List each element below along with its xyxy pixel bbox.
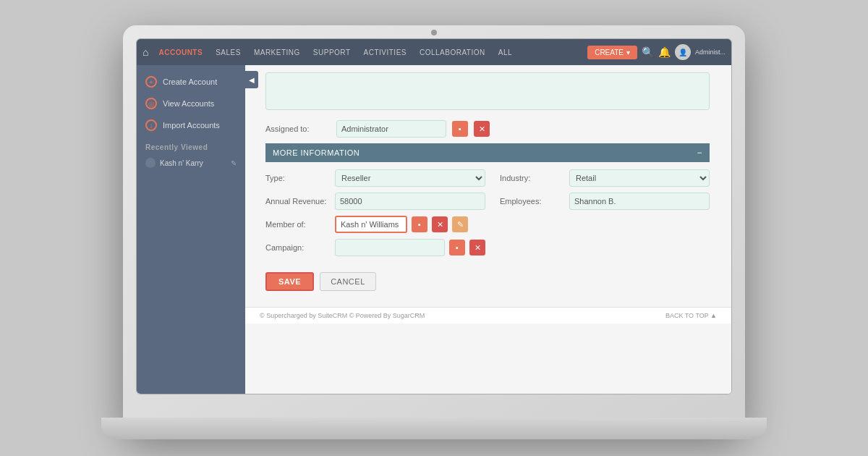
cancel-button[interactable]: CANCEL: [320, 272, 376, 291]
user-avatar[interactable]: 👤: [675, 44, 691, 60]
type-row: Type: Reseller: [265, 169, 485, 187]
nav-item-accounts[interactable]: ACCOUNTS: [153, 46, 208, 59]
employees-label: Employees:: [500, 197, 565, 206]
footer-powered-by: © Supercharged by SuiteCRM © Powered By …: [260, 312, 425, 319]
nav-items: ACCOUNTS SALES MARKETING SUPPORT ACTIVIT…: [153, 46, 587, 59]
campaign-row: Campaign: ▪ ✕: [265, 239, 485, 256]
nav-item-sales[interactable]: SALES: [210, 46, 247, 59]
member-of-right-spacer: [500, 216, 710, 233]
nav-item-all[interactable]: ALL: [493, 46, 518, 59]
assigned-to-label: Assigned to:: [265, 124, 331, 133]
bell-icon[interactable]: 🔔: [658, 46, 671, 58]
admin-label: Administ...: [695, 48, 726, 56]
nav-item-activities[interactable]: ACTIVITIES: [358, 46, 412, 59]
assigned-to-clear-button[interactable]: ✕: [474, 121, 490, 137]
more-info-collapse-button[interactable]: −: [697, 148, 702, 158]
employees-input[interactable]: [569, 193, 710, 210]
industry-select[interactable]: Retail: [569, 169, 710, 187]
campaign-clear-button[interactable]: ✕: [469, 240, 485, 256]
assigned-to-input[interactable]: [336, 120, 446, 138]
main-content: ◀ Assigned to: ▪ ✕ MORE I: [245, 65, 731, 394]
annual-revenue-label: Annual Revenue:: [265, 197, 331, 206]
rv-edit-icon[interactable]: ✎: [231, 159, 237, 167]
view-accounts-icon: ◎: [145, 98, 157, 109]
sidebar: + Create Account ◎ View Accounts ↓ Impor…: [137, 65, 245, 394]
back-to-top-button[interactable]: BACK TO TOP ▲: [665, 312, 717, 319]
home-icon[interactable]: ⌂: [142, 46, 148, 58]
more-info-grid: Type: Reseller Industry: Retail: [265, 169, 710, 263]
recently-viewed-item[interactable]: Kash n' Karry ✎: [137, 154, 245, 172]
create-button[interactable]: CREATE ▾: [587, 46, 637, 59]
description-textarea[interactable]: [265, 72, 710, 110]
campaign-select-button[interactable]: ▪: [449, 240, 465, 256]
type-label: Type:: [265, 174, 331, 182]
page-footer: © Supercharged by SuiteCRM © Powered By …: [245, 307, 731, 324]
sidebar-collapse-button[interactable]: ◀: [245, 71, 258, 88]
recently-viewed-section: Recently Viewed: [137, 136, 245, 154]
laptop-base: [101, 418, 767, 439]
member-of-clear-button[interactable]: ✕: [432, 216, 448, 232]
assigned-to-row: Assigned to: ▪ ✕: [265, 120, 710, 138]
employees-row: Employees:: [500, 193, 710, 210]
nav-right: CREATE ▾ 🔍 🔔 👤 Administ...: [587, 44, 726, 60]
member-of-input[interactable]: [335, 216, 407, 233]
member-of-edit-button[interactable]: ✎: [452, 216, 468, 232]
nav-item-marketing[interactable]: MARKETING: [248, 46, 306, 59]
sidebar-item-import-accounts[interactable]: ↓ Import Accounts: [137, 114, 245, 136]
create-account-icon: +: [145, 76, 157, 88]
member-of-label: Member of:: [265, 220, 331, 229]
member-of-row: Member of: ▪ ✕ ✎: [265, 216, 485, 233]
sidebar-item-view-accounts[interactable]: ◎ View Accounts: [137, 93, 245, 114]
search-icon[interactable]: 🔍: [642, 46, 654, 58]
description-field-group: [265, 72, 710, 113]
action-buttons: SAVE CANCEL: [265, 272, 710, 291]
sidebar-item-create-account[interactable]: + Create Account: [137, 71, 245, 93]
campaign-label: Campaign:: [265, 243, 331, 252]
more-info-section-header: MORE INFORMATION −: [265, 143, 710, 162]
top-navigation: ⌂ ACCOUNTS SALES MARKETING SUPPORT ACTIV…: [137, 39, 731, 65]
industry-row: Industry: Retail: [500, 169, 710, 187]
nav-item-collaboration[interactable]: COLLABORATION: [414, 46, 491, 59]
industry-label: Industry:: [500, 174, 565, 182]
annual-revenue-input[interactable]: [335, 193, 485, 210]
nav-item-support[interactable]: SUPPORT: [307, 46, 357, 59]
import-accounts-icon: ↓: [145, 119, 157, 131]
save-button[interactable]: SAVE: [265, 272, 314, 291]
campaign-input[interactable]: [335, 239, 445, 256]
annual-revenue-row: Annual Revenue:: [265, 193, 485, 210]
type-select[interactable]: Reseller: [335, 169, 485, 187]
form-area: Assigned to: ▪ ✕ MORE INFORMATION − Type…: [245, 65, 731, 307]
assigned-to-select-button[interactable]: ▪: [452, 121, 468, 137]
main-layout: + Create Account ◎ View Accounts ↓ Impor…: [137, 65, 731, 394]
rv-item-icon: [145, 158, 156, 168]
member-of-select-button[interactable]: ▪: [412, 216, 427, 232]
